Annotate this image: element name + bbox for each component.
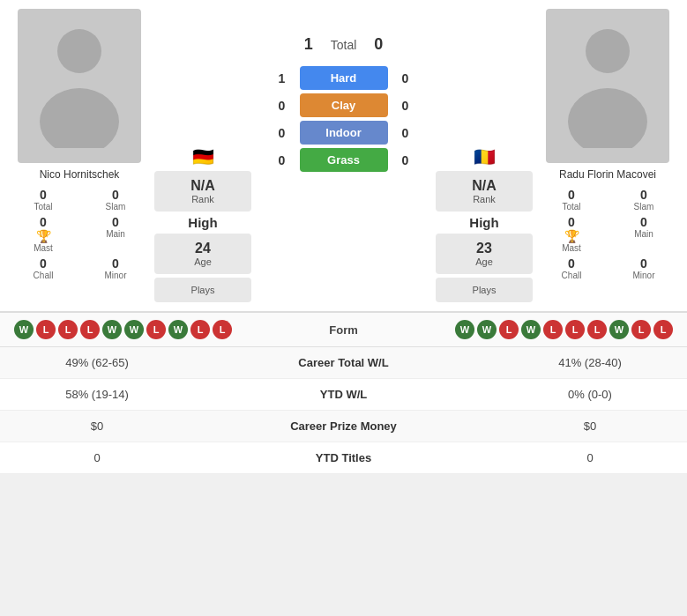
hard-surface-btn: Hard: [300, 66, 388, 90]
left-badge-9: L: [190, 320, 210, 339]
left-ytd-wl: 58% (19-14): [18, 388, 176, 401]
hard-surface-row: 1 Hard 0: [256, 66, 431, 90]
right-player-card: Radu Florin Macovei 0 Total 0 Slam 0 🏆 M…: [537, 9, 678, 302]
right-flag: 🇷🇴: [474, 146, 496, 167]
right-total-value: 0: [568, 188, 575, 202]
left-badge-4: L: [80, 320, 100, 339]
right-main-value: 0: [640, 215, 647, 229]
right-form-badges: W W L W L L L W L L: [455, 320, 673, 339]
left-player-stats-row2: 0 🏆 Mast 0 Main: [9, 215, 150, 253]
left-badge-7: L: [146, 320, 166, 339]
left-ytd-titles: 0: [18, 451, 176, 464]
ytd-titles-label: YTD Titles: [176, 451, 511, 464]
right-ytd-wl: 0% (0-0): [511, 388, 669, 401]
right-main-stat: 0 Main: [609, 215, 678, 253]
left-mast-label: Mast: [34, 243, 53, 253]
right-age-box: 23 Age: [436, 234, 533, 274]
left-chall-label: Chall: [34, 271, 54, 280]
left-badge-10: L: [213, 320, 232, 339]
right-minor-value: 0: [640, 256, 647, 271]
left-info-col: 🇩🇪 N/A Rank High 24 Age Plays: [154, 9, 251, 302]
left-badge-8: W: [168, 320, 188, 339]
hard-right-score: 0: [397, 71, 414, 85]
left-prize: $0: [18, 419, 176, 433]
prize-label: Career Prize Money: [176, 419, 511, 433]
left-career-wl: 49% (62-65): [18, 356, 176, 369]
left-badge-5: W: [102, 320, 122, 339]
left-age-label: Age: [158, 256, 248, 267]
career-wl-row: 49% (62-65) Career Total W/L 41% (28-40): [0, 347, 687, 379]
left-minor-label: Minor: [104, 271, 126, 280]
left-badge-2: L: [36, 320, 56, 339]
right-badge-2: W: [477, 320, 497, 339]
right-ytd-titles: 0: [511, 451, 669, 464]
left-plays-label: Plays: [158, 285, 248, 295]
left-age-value: 24: [158, 241, 248, 256]
left-total-stat: 0 Total: [9, 188, 78, 212]
left-mast-stat: 0 🏆 Mast: [9, 215, 78, 253]
right-total-label: Total: [562, 202, 580, 212]
left-plays-box: Plays: [154, 278, 251, 302]
left-slam-label: Slam: [106, 202, 126, 212]
grass-left-score: 0: [273, 153, 291, 167]
right-badge-7: L: [587, 320, 607, 339]
left-player-stats-row3: 0 Chall 0 Minor: [9, 256, 150, 280]
right-badge-4: W: [521, 320, 541, 339]
left-main-label: Main: [106, 229, 125, 239]
right-rank-box: N/A Rank: [436, 171, 533, 212]
prize-row: $0 Career Prize Money $0: [0, 411, 687, 442]
right-total-score: 0: [374, 35, 383, 54]
clay-surface-btn: Clay: [300, 93, 388, 117]
right-badge-3: L: [499, 320, 519, 339]
left-trophy-icon: 🏆: [36, 229, 51, 243]
right-slam-label: Slam: [634, 202, 654, 212]
right-mast-stat: 0 🏆 Mast: [537, 215, 606, 253]
right-player-stats-row2: 0 🏆 Mast 0 Main: [537, 215, 678, 253]
hard-left-score: 1: [273, 71, 291, 85]
right-plays-box: Plays: [436, 278, 533, 302]
main-container: Nico Hornitschek 0 Total 0 Slam 0 🏆 Mast: [0, 0, 687, 474]
right-chall-value: 0: [568, 256, 575, 271]
left-minor-stat: 0 Minor: [81, 256, 150, 280]
right-slam-stat: 0 Slam: [609, 188, 678, 212]
left-high-text: High: [188, 215, 217, 230]
left-minor-value: 0: [112, 256, 119, 271]
right-badge-10: L: [653, 320, 673, 339]
right-chall-stat: 0 Chall: [537, 256, 606, 280]
total-score-row: 1 Total 0: [304, 35, 384, 54]
clay-surface-row: 0 Clay 0: [256, 93, 431, 117]
right-mast-label: Mast: [562, 243, 581, 253]
left-player-stats: 0 Total 0 Slam: [9, 188, 150, 212]
right-player-stats: 0 Total 0 Slam: [537, 188, 678, 212]
left-chall-value: 0: [40, 256, 47, 271]
left-flag: 🇩🇪: [192, 146, 214, 167]
grass-right-score: 0: [397, 153, 414, 167]
left-rank-label: Rank: [158, 194, 248, 204]
right-chall-label: Chall: [562, 271, 582, 280]
svg-point-1: [40, 88, 119, 148]
right-trophy-icon: 🏆: [564, 229, 579, 243]
indoor-right-score: 0: [397, 126, 414, 140]
form-label: Form: [329, 323, 358, 337]
left-main-stat: 0 Main: [81, 215, 150, 253]
left-mast-value: 0: [40, 215, 47, 229]
left-player-name: Nico Hornitschek: [40, 168, 120, 181]
right-total-stat: 0 Total: [537, 188, 606, 212]
grass-surface-row: 0 Grass 0: [256, 148, 431, 172]
grass-surface-btn: Grass: [300, 148, 388, 172]
ytd-wl-label: YTD W/L: [176, 388, 511, 401]
indoor-surface-btn: Indoor: [300, 121, 388, 145]
left-total-value: 0: [40, 188, 47, 202]
left-badge-3: L: [58, 320, 78, 339]
total-label: Total: [331, 38, 357, 52]
svg-point-0: [57, 29, 101, 73]
right-badge-9: L: [631, 320, 651, 339]
left-badge-1: W: [14, 320, 34, 339]
right-player-avatar: [546, 9, 669, 163]
left-main-value: 0: [112, 215, 119, 229]
right-minor-label: Minor: [632, 271, 654, 280]
left-total-label: Total: [34, 202, 52, 212]
left-total-score: 1: [304, 35, 313, 54]
right-info-col: 🇷🇴 N/A Rank High 23 Age Plays: [436, 9, 533, 302]
right-rank-value: N/A: [439, 178, 529, 194]
